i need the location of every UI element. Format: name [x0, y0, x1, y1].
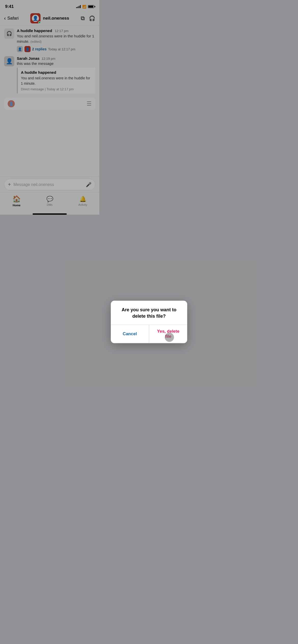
page-wrapper: 9:41 📶 ‹ Safari 👤 [0, 0, 99, 215]
modal-overlay[interactable] [0, 0, 99, 215]
